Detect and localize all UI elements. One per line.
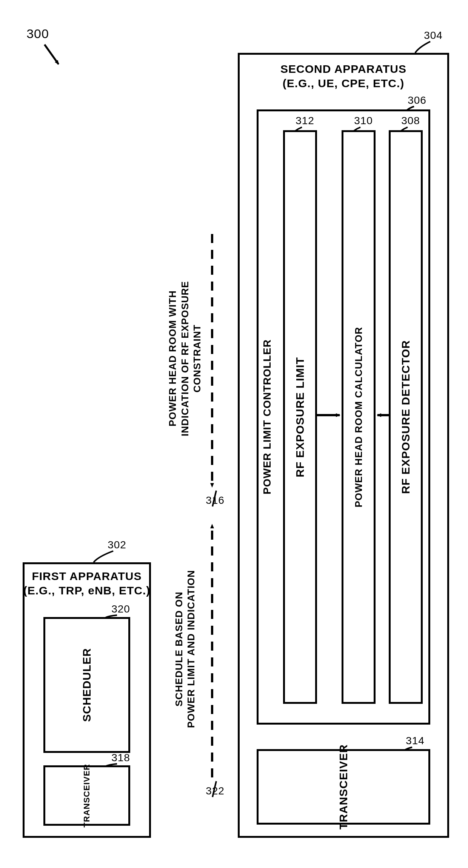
second-apparatus-title-line2: (E.G., UE, CPE, ETC.) (238, 77, 449, 90)
msg-phr-text: POWER HEAD ROOM WITH INDICATION OF RF EX… (162, 226, 208, 491)
second-transceiver-ref: 314 (400, 735, 430, 747)
first-apparatus-ref: 302 (102, 539, 132, 551)
second-apparatus-title-line1: SECOND APPARATUS (238, 63, 449, 75)
rf-exposure-detector-box: RF EXPOSURE DETECTOR (389, 130, 423, 704)
svg-line-0 (45, 45, 58, 64)
second-transceiver-box: TRANSCEIVER (257, 749, 430, 825)
scheduler-ref: 320 (106, 603, 136, 615)
msg-phr-line2: INDICATION OF RF EXPOSURE (179, 281, 191, 436)
msg-sched-line1: SCHEDULE BASED ON (173, 592, 185, 706)
msg-phr-ref: 316 (200, 494, 230, 506)
rf-exposure-limit-box: RF EXPOSURE LIMIT (283, 130, 317, 704)
first-apparatus-title-line1: FIRST APPARATUS (23, 570, 151, 583)
rf-exposure-limit-ref: 312 (290, 115, 320, 127)
first-apparatus-title-line2: (E.G., TRP, eNB, ETC.) (23, 584, 151, 597)
second-transceiver-label: TRANSCEIVER (337, 744, 350, 830)
scheduler-box: SCHEDULER (43, 617, 130, 753)
diagram-canvas: 300 FIRST APPARATUS (E.G., TRP, eNB, ETC… (0, 0, 468, 868)
first-transceiver-box: TRANSCEIVER (43, 765, 130, 826)
first-transceiver-ref: 318 (106, 752, 136, 764)
scheduler-label: SCHEDULER (80, 648, 93, 722)
rf-exposure-detector-label: RF EXPOSURE DETECTOR (399, 340, 412, 494)
phr-calculator-ref: 310 (348, 115, 379, 127)
rf-exposure-limit-label: RF EXPOSURE LIMIT (294, 357, 306, 477)
figure-ref-number: 300 (23, 26, 53, 41)
phr-calculator-label: POWER HEAD ROOM CALCULATOR (353, 327, 365, 508)
first-transceiver-label: TRANSCEIVER (82, 764, 92, 828)
second-apparatus-ref: 304 (418, 29, 448, 42)
msg-sched-line2: POWER LIMIT AND INDICATION (185, 570, 197, 728)
msg-phr-line3: CONSTRAINT (191, 325, 203, 392)
power-limit-controller-label: POWER LIMIT CONTROLLER (260, 109, 275, 725)
power-limit-controller-ref: 306 (402, 94, 432, 106)
phr-calculator-box: POWER HEAD ROOM CALCULATOR (342, 130, 376, 704)
msg-phr-line1: POWER HEAD ROOM WITH (166, 291, 179, 427)
msg-sched-ref: 322 (200, 785, 230, 797)
rf-exposure-detector-ref: 308 (396, 115, 426, 127)
msg-sched-text: SCHEDULE BASED ON POWER LIMIT AND INDICA… (162, 517, 208, 781)
